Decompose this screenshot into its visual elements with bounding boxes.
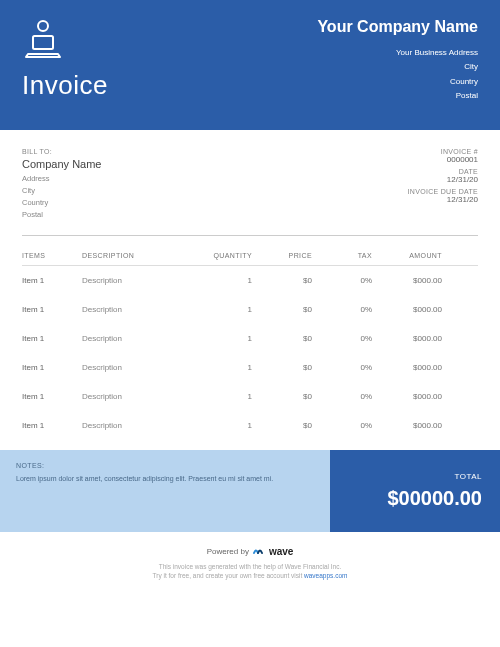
svg-point-0 — [38, 21, 48, 31]
cell-desc: Description — [82, 363, 192, 372]
cell-price: $0 — [257, 421, 312, 430]
cell-price: $0 — [257, 334, 312, 343]
cell-tax: 0% — [317, 305, 372, 314]
cell-desc: Description — [82, 305, 192, 314]
powered-by: Powered by wave This invoice was generat… — [0, 532, 500, 592]
table-row: Item 1Description1$00%$000.00 — [22, 411, 478, 440]
cell-qty: 1 — [197, 276, 252, 285]
cell-desc: Description — [82, 276, 192, 285]
col-items: ITEMS — [22, 252, 77, 259]
notes-text: Lorem ipsum dolor sit amet, consectetur … — [16, 474, 314, 485]
wave-icon — [253, 546, 265, 558]
cell-price: $0 — [257, 305, 312, 314]
cell-desc: Description — [82, 334, 192, 343]
invoice-title: Invoice — [22, 70, 108, 101]
cell-item: Item 1 — [22, 305, 77, 314]
header: Invoice Your Company Name Your Business … — [0, 0, 500, 130]
cell-item: Item 1 — [22, 276, 77, 285]
bill-to-postal: Postal — [22, 209, 101, 221]
powered-line2: Try it for free, and create your own fre… — [22, 571, 478, 581]
bill-to-country: Country — [22, 197, 101, 209]
footer-row: NOTES: Lorem ipsum dolor sit amet, conse… — [0, 450, 500, 532]
table-row: Item 1Description1$00%$000.00 — [22, 295, 478, 324]
invoice-date: 12/31/20 — [408, 175, 478, 184]
cell-qty: 1 — [197, 334, 252, 343]
cell-amount: $000.00 — [377, 276, 442, 285]
powered-line1: This invoice was generated with the help… — [22, 562, 478, 572]
cell-price: $0 — [257, 363, 312, 372]
cell-desc: Description — [82, 392, 192, 401]
bill-to-company: Company Name — [22, 158, 101, 170]
bill-to-block: BILL TO: Company Name Address City Count… — [22, 148, 101, 221]
cell-item: Item 1 — [22, 392, 77, 401]
items-table: ITEMS DESCRIPTION QUANTITY PRICE TAX AMO… — [0, 236, 500, 450]
col-amount: AMOUNT — [377, 252, 442, 259]
cell-item: Item 1 — [22, 421, 77, 430]
bill-to-city: City — [22, 185, 101, 197]
cell-price: $0 — [257, 276, 312, 285]
powered-prefix: Powered by — [207, 547, 249, 556]
cell-item: Item 1 — [22, 334, 77, 343]
total-label: TOTAL — [454, 472, 482, 481]
table-row: Item 1Description1$00%$000.00 — [22, 324, 478, 353]
company-postal: Postal — [317, 89, 478, 103]
invoice-due: 12/31/20 — [408, 195, 478, 204]
col-quantity: QUANTITY — [197, 252, 252, 259]
info-section: BILL TO: Company Name Address City Count… — [0, 130, 500, 221]
cell-tax: 0% — [317, 421, 372, 430]
invoice-due-label: INVOICE DUE DATE — [408, 188, 478, 195]
svg-rect-1 — [33, 36, 53, 49]
total-value: $00000.00 — [387, 487, 482, 510]
invoice-date-label: DATE — [408, 168, 478, 175]
cell-tax: 0% — [317, 392, 372, 401]
cell-tax: 0% — [317, 276, 372, 285]
cell-amount: $000.00 — [377, 305, 442, 314]
cell-amount: $000.00 — [377, 363, 442, 372]
table-row: Item 1Description1$00%$000.00 — [22, 382, 478, 411]
cell-amount: $000.00 — [377, 334, 442, 343]
cell-tax: 0% — [317, 334, 372, 343]
bill-to-address: Address — [22, 173, 101, 185]
waveapps-link[interactable]: waveapps.com — [304, 572, 347, 579]
person-laptop-icon — [22, 18, 108, 60]
cell-tax: 0% — [317, 363, 372, 372]
header-right: Your Company Name Your Business Address … — [317, 18, 478, 104]
cell-qty: 1 — [197, 421, 252, 430]
company-name: Your Company Name — [317, 18, 478, 36]
company-address: Your Business Address — [317, 46, 478, 60]
company-city: City — [317, 60, 478, 74]
wave-brand: wave — [269, 546, 293, 557]
col-description: DESCRIPTION — [82, 252, 192, 259]
notes-block: NOTES: Lorem ipsum dolor sit amet, conse… — [0, 450, 330, 532]
header-left: Invoice — [22, 18, 108, 104]
col-tax: TAX — [317, 252, 372, 259]
invoice-meta: INVOICE # 0000001 DATE 12/31/20 INVOICE … — [408, 148, 478, 221]
company-country: Country — [317, 75, 478, 89]
notes-label: NOTES: — [16, 462, 314, 469]
col-price: PRICE — [257, 252, 312, 259]
table-row: Item 1Description1$00%$000.00 — [22, 266, 478, 295]
cell-amount: $000.00 — [377, 421, 442, 430]
cell-price: $0 — [257, 392, 312, 401]
cell-qty: 1 — [197, 392, 252, 401]
cell-qty: 1 — [197, 363, 252, 372]
cell-desc: Description — [82, 421, 192, 430]
bill-to-label: BILL TO: — [22, 148, 101, 155]
cell-qty: 1 — [197, 305, 252, 314]
table-header: ITEMS DESCRIPTION QUANTITY PRICE TAX AMO… — [22, 246, 478, 266]
invoice-num-label: INVOICE # — [408, 148, 478, 155]
table-row: Item 1Description1$00%$000.00 — [22, 353, 478, 382]
invoice-num: 0000001 — [408, 155, 478, 164]
cell-amount: $000.00 — [377, 392, 442, 401]
total-block: TOTAL $00000.00 — [330, 450, 500, 532]
cell-item: Item 1 — [22, 363, 77, 372]
